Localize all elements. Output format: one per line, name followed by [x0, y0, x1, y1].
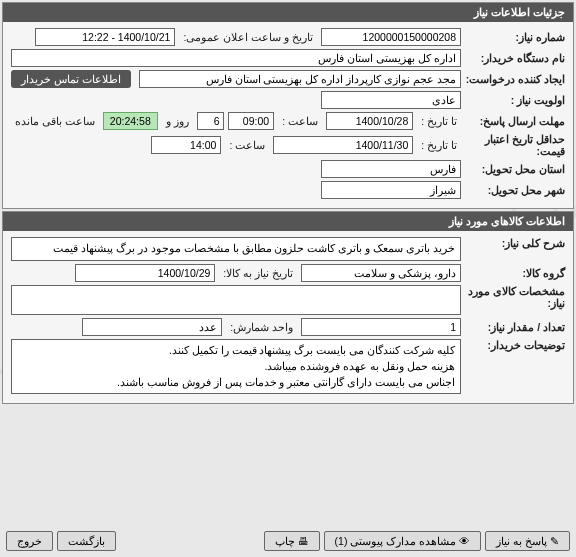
- deadline-date-field: 1400/10/28: [326, 112, 413, 130]
- pencil-icon: ✎: [550, 535, 559, 547]
- need-number-label: شماره نیاز:: [465, 31, 565, 43]
- priority-label: اولویت نیاز :: [465, 94, 565, 106]
- exit-label: خروج: [17, 535, 42, 547]
- unit-label: واحد شمارش:: [226, 321, 297, 333]
- exit-button[interactable]: خروج: [6, 531, 53, 551]
- unit-field: عدد: [82, 318, 222, 336]
- to-date-label-2: تا تاریخ :: [417, 139, 461, 151]
- qty-field: 1: [301, 318, 461, 336]
- group-field: دارو، پزشکی و سلامت: [301, 264, 461, 282]
- buyer-label: نام دستگاه خریدار:: [465, 52, 565, 64]
- print-button[interactable]: 🖶 چاپ: [264, 531, 320, 551]
- need-date-field: 1400/10/29: [75, 264, 215, 282]
- time-remaining-field: 20:24:58: [103, 112, 158, 130]
- spec-field: [11, 285, 461, 315]
- print-icon: 🖶: [298, 535, 309, 547]
- footer-bar: ✎ پاسخ به نیاز 👁 مشاهده مدارک پیوستی (1)…: [2, 527, 574, 555]
- city-label: شهر محل تحویل:: [465, 184, 565, 196]
- need-number-field: 1200000150000208: [321, 28, 461, 46]
- days-remaining-field: 6: [197, 112, 225, 130]
- priority-field: عادی: [321, 91, 461, 109]
- attachments-label: مشاهده مدارک پیوستی (1): [335, 535, 457, 547]
- deadline-label: مهلت ارسال پاسخ:: [465, 115, 565, 127]
- time-label-1: ساعت :: [278, 115, 322, 127]
- requester-label: ایجاد کننده درخواست:: [465, 73, 565, 85]
- city-field: شیراز: [321, 181, 461, 199]
- qty-label: تعداد / مقدار نیاز:: [465, 321, 565, 333]
- remaining-word: ساعت باقی مانده: [11, 115, 99, 127]
- spec-label: مشخصات کالای مورد نیاز:: [465, 285, 565, 309]
- contact-buyer-button[interactable]: اطلاعات تماس خریدار: [11, 70, 131, 88]
- group-label: گروه کالا:: [465, 267, 565, 279]
- panel1-title: جزئیات اطلاعات نیاز: [3, 3, 573, 22]
- print-label: چاپ: [275, 535, 295, 547]
- time-label-2: ساعت :: [225, 139, 269, 151]
- respond-label: پاسخ به نیاز: [496, 535, 547, 547]
- province-field: فارس: [321, 160, 461, 178]
- goods-info-panel: اطلاعات کالاهای مورد نیاز شرح کلی نیاز: …: [2, 211, 574, 404]
- requester-field: مجد عجم نوازی کارپرداز اداره کل بهزیستی …: [139, 70, 461, 88]
- respond-button[interactable]: ✎ پاسخ به نیاز: [485, 531, 570, 551]
- buyer-field: اداره کل بهزیستی استان فارس: [11, 49, 461, 67]
- eye-icon: 👁: [459, 535, 470, 547]
- notes-field: کلیه شرکت کنندگان می بایست برگ پیشنهاد ق…: [11, 339, 461, 394]
- notes-label: توضیحات خریدار:: [465, 339, 565, 351]
- attachments-button[interactable]: 👁 مشاهده مدارک پیوستی (1): [324, 531, 482, 551]
- validity-date-field: 1400/11/30: [273, 136, 413, 154]
- panel2-title: اطلاعات کالاهای مورد نیاز: [3, 212, 573, 231]
- deadline-time-field: 09:00: [228, 112, 274, 130]
- need-details-panel: جزئیات اطلاعات نیاز شماره نیاز: 12000001…: [2, 2, 574, 209]
- days-word: روز و: [162, 115, 193, 127]
- to-date-label-1: تا تاریخ :: [417, 115, 461, 127]
- announce-label: تاریخ و ساعت اعلان عمومی:: [179, 31, 317, 43]
- back-label: بازگشت: [68, 535, 105, 547]
- announce-field: 1400/10/21 - 12:22: [35, 28, 175, 46]
- need-date-label: تاریخ نیاز به کالا:: [219, 267, 297, 279]
- desc-field: خرید باتری سمعک و باتری کاشت حلزون مطابق…: [11, 237, 461, 261]
- validity-label: حداقل تاریخ اعتبار قیمت:: [465, 133, 565, 157]
- province-label: استان محل تحویل:: [465, 163, 565, 175]
- desc-label: شرح کلی نیاز:: [465, 237, 565, 249]
- validity-time-field: 14:00: [151, 136, 221, 154]
- back-button[interactable]: بازگشت: [57, 531, 116, 551]
